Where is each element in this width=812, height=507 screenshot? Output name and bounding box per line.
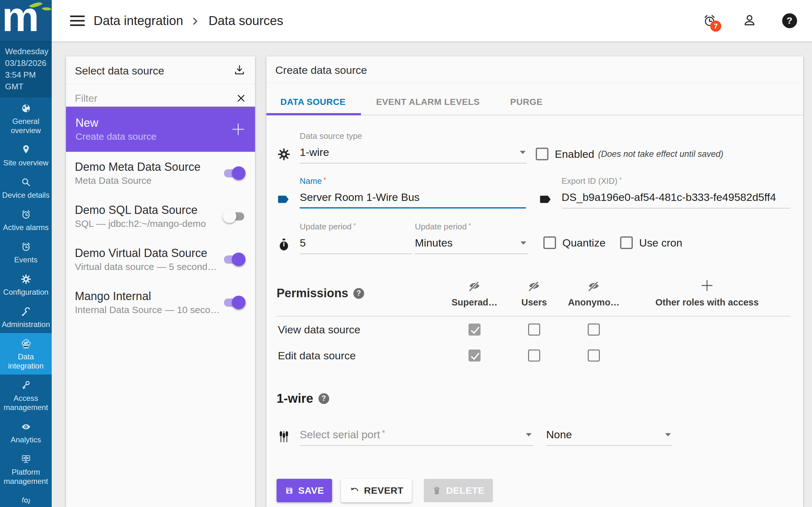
enable-toggle[interactable] (224, 256, 244, 264)
data-source-item[interactable]: Demo SQL Data Source SQL — jdbc:h2:~/man… (66, 195, 255, 238)
data-source-list: Demo Meta Data Source Meta Data Source D… (66, 152, 255, 324)
gear-sync-icon (20, 495, 32, 507)
eye-icon (20, 421, 32, 433)
menu-icon[interactable] (70, 15, 85, 26)
monitor-gear-icon (20, 453, 32, 465)
update-period-unit-select[interactable]: Update period Minutes (415, 222, 527, 254)
add-role-icon[interactable] (700, 279, 714, 292)
data-source-form: Data source type 1-wire Enabled (Does no… (266, 131, 803, 502)
topbar: Data integration Data sources 7 (52, 0, 812, 42)
user-button[interactable] (742, 13, 757, 29)
chevron-down-icon (665, 433, 671, 436)
weekday-label: Wednesday (3, 46, 49, 57)
permission-checkbox[interactable] (468, 349, 480, 361)
one-wire-section-heading: 1-wire ? (276, 391, 791, 406)
data-source-item[interactable]: Demo Meta Data Source Meta Data Source (66, 152, 255, 195)
permission-row: View data source (276, 317, 791, 343)
new-data-source-item[interactable]: New Create data source (66, 107, 255, 152)
permission-checkbox[interactable] (528, 349, 540, 361)
plus-icon (231, 122, 246, 136)
enable-toggle[interactable] (224, 298, 244, 307)
data-source-type-select[interactable]: Data source type 1-wire (300, 131, 527, 164)
enabled-checkbox[interactable]: Enabled (Does not take effect until save… (536, 148, 723, 160)
sidebar-item-site-overview[interactable]: Site overview (0, 139, 52, 171)
help-icon[interactable]: ? (318, 393, 329, 404)
sidebar-item-device-details[interactable]: Device details (0, 171, 52, 204)
delete-button[interactable]: DELETE (424, 479, 493, 502)
eye-off-icon[interactable] (527, 279, 541, 293)
key-icon (20, 379, 32, 391)
revert-button[interactable]: REVERT (341, 479, 412, 502)
sidebar-item-access-management[interactable]: Access management (0, 375, 52, 416)
data-source-item[interactable]: Mango Internal Internal Data Source — 10… (66, 281, 255, 324)
chevron-down-icon (520, 151, 525, 154)
help-icon: ? (782, 13, 797, 28)
time-label: 3:54 PM GMT (3, 69, 49, 93)
use-cron-checkbox[interactable]: Use cron (620, 236, 682, 249)
panel-title: Select data source (75, 65, 164, 77)
permission-row: Edit data source (276, 343, 791, 369)
quantize-checkbox[interactable]: Quantize (543, 236, 606, 249)
data-source-item[interactable]: Demo Virtual Data Source Virtual data so… (66, 238, 255, 281)
chevron-down-icon (520, 241, 526, 245)
enable-toggle[interactable] (224, 212, 244, 221)
secondary-select[interactable]: None (546, 429, 672, 446)
sidebar-item-active-alarms[interactable]: Active alarms (0, 204, 52, 236)
name-input[interactable] (300, 191, 526, 204)
sidebar-item-data-integration[interactable]: Data integration (0, 333, 52, 375)
sidebar-item-analytics[interactable]: Analytics (0, 416, 52, 448)
tab-purge[interactable]: PURGE (495, 91, 558, 115)
alarm-clock-icon (20, 241, 32, 253)
sidebar-item-platform-management[interactable]: Platform management (0, 448, 52, 490)
tab-event-alarm-levels[interactable]: EVENT ALARM LEVELS (361, 91, 495, 115)
tab-data-source[interactable]: DATA SOURCE (266, 91, 361, 115)
sidebar-item-configuration[interactable]: Configuration (0, 268, 52, 301)
new-item-title: New (75, 116, 156, 130)
update-period-input[interactable] (300, 237, 412, 249)
filter-input[interactable] (75, 93, 236, 104)
sidebar-item-event-handlers[interactable]: Event (0, 490, 52, 507)
sidebar-item-general-overview[interactable]: General overview (0, 98, 52, 139)
tag-icon (276, 192, 291, 207)
save-button[interactable]: SAVE (276, 479, 332, 502)
chevron-right-icon (191, 16, 200, 26)
xid-input[interactable] (562, 191, 791, 204)
help-icon[interactable]: ? (353, 288, 364, 299)
permissions-section: Permissions ? Superad… (276, 279, 791, 369)
breadcrumb-data-sources[interactable]: Data sources (208, 14, 283, 28)
eye-off-icon[interactable] (587, 279, 601, 293)
breadcrumb-data-integration[interactable]: Data integration (94, 14, 183, 28)
permission-checkbox[interactable] (528, 324, 540, 336)
cloud-transfer-icon (20, 338, 32, 350)
notifications-button[interactable]: 7 (702, 13, 717, 29)
save-icon (285, 486, 294, 495)
gear-icon (276, 147, 291, 162)
gear-icon (20, 273, 32, 285)
sliders-icon (276, 429, 291, 444)
permission-checkbox[interactable] (588, 324, 600, 336)
main-column: Data integration Data sources 7 (52, 0, 812, 507)
app-root: m Wednesday 03/18/2026 3:54 PM GMT Gener… (0, 0, 812, 507)
filter-row (66, 84, 255, 107)
leaf-icon (42, 6, 51, 12)
form-actions: SAVE REVERT (276, 479, 791, 502)
eye-off-icon[interactable] (467, 279, 481, 293)
enable-toggle[interactable] (224, 169, 244, 177)
permission-checkbox[interactable] (468, 324, 480, 336)
sidebar-item-events[interactable]: Events (0, 236, 52, 268)
help-button[interactable]: ? (781, 13, 798, 29)
globe-icon (20, 102, 32, 114)
data-source-list-panel: Select data source New (66, 56, 255, 507)
magnifier-icon (20, 176, 32, 188)
clear-filter-icon[interactable] (236, 93, 246, 103)
notification-badge: 7 (710, 20, 721, 32)
person-icon (742, 13, 757, 29)
map-pin-icon (20, 144, 32, 156)
serial-port-select[interactable]: Select serial port (300, 429, 533, 446)
sidebar-item-administration[interactable]: Administration (0, 301, 52, 333)
alarm-clock-icon (20, 209, 32, 221)
permission-checkbox[interactable] (588, 349, 600, 361)
download-icon[interactable] (233, 64, 246, 77)
mango-logo[interactable]: m (0, 0, 52, 41)
editor-title: Create data source (275, 64, 367, 76)
